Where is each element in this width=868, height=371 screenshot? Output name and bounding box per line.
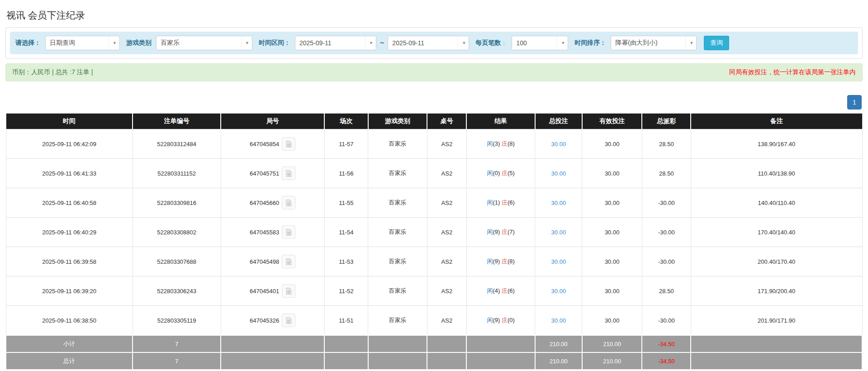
total-bet-cell: 30.00 [535, 159, 582, 188]
query-type-select[interactable]: 日期查询 ▼ [45, 36, 120, 50]
video-replay-button[interactable] [282, 137, 295, 151]
player-result-label: 闲 [487, 228, 493, 235]
pagination-top: 1 [5, 95, 862, 109]
total-bet-link[interactable]: 30.00 [551, 258, 566, 265]
video-file-icon [285, 258, 293, 266]
total-bet-link[interactable]: 30.00 [551, 229, 566, 236]
total-bet-link[interactable]: 30.00 [551, 200, 566, 206]
table-header-row: 时间 注单编号 局号 场次 游戏类别 桌号 结果 总投注 有效投注 总派彩 备注 [6, 114, 862, 129]
banker-result-label: 庄 [502, 317, 508, 323]
page-1-button[interactable]: 1 [847, 95, 862, 109]
summary-bar: 币别：人民币 | 总共 :7 注单 | 同局有效投注，统一计算在该局第一张注单内 [5, 63, 863, 81]
sort-select[interactable]: 降幂(由大到小) ▼ [611, 36, 697, 50]
chevron-down-icon: ▼ [109, 36, 117, 50]
remark-cell: 171.90/200.40 [691, 276, 862, 306]
game-type-select[interactable]: 百家乐 ▼ [156, 36, 252, 50]
game-type-cell: 百家乐 [368, 129, 427, 159]
sort-label: 时间排序： [574, 39, 606, 47]
round-no: 647045583 [250, 229, 279, 236]
search-button[interactable]: 查询 [704, 36, 729, 50]
player-result-label: 闲 [487, 317, 493, 323]
total-bet-link[interactable]: 30.00 [551, 317, 566, 324]
date-from-select[interactable]: 2025-09-11 ▼ [295, 36, 376, 50]
tilde-separator: ~ [380, 39, 384, 47]
video-replay-button[interactable] [282, 196, 295, 209]
header-result: 结果 [466, 114, 535, 129]
round-no-cell: 647045326 [221, 306, 324, 336]
video-file-icon [285, 287, 293, 295]
header-round-no: 局号 [221, 114, 324, 129]
table-no-cell: AS2 [427, 276, 466, 306]
video-replay-button[interactable] [282, 255, 295, 268]
total-count: 7 [133, 352, 221, 370]
total-bet-cell: 30.00 [535, 247, 582, 276]
page-size-select[interactable]: 100 ▼ [512, 36, 568, 50]
table-row: 2025-09-11 06:40:58 522803309816 6470456… [6, 188, 862, 218]
round-no: 647045401 [250, 288, 279, 295]
game-type-value: 百家乐 [161, 39, 180, 47]
video-replay-button[interactable] [282, 314, 295, 327]
table-row: 2025-09-11 06:40:29 522803308802 6470455… [6, 218, 862, 247]
summary-notice: 同局有效投注，统一计算在该局第一张注单内 [729, 68, 856, 76]
player-result-score: (9) [493, 258, 500, 265]
banker-result-label: 庄 [502, 287, 508, 294]
round-no-cell: 647045854 [221, 129, 324, 159]
valid-bet-cell: 30.00 [582, 247, 642, 276]
header-payout: 总派彩 [642, 114, 691, 129]
remark-cell: 110.40/138.90 [691, 159, 862, 188]
table-no-cell: AS2 [427, 188, 466, 218]
payout-cell: -30.00 [642, 188, 691, 218]
table-no-cell: AS2 [427, 306, 466, 336]
time-cell: 2025-09-11 06:41:33 [6, 159, 133, 188]
video-replay-button[interactable] [282, 284, 295, 298]
table-no-cell: AS2 [427, 247, 466, 276]
chevron-down-icon: ▼ [458, 36, 466, 50]
video-replay-button[interactable] [282, 166, 295, 180]
round-no: 647045751 [250, 170, 279, 177]
total-bet-cell: 30.00 [535, 188, 582, 218]
game-type-cell: 百家乐 [368, 276, 427, 306]
subtotal-count: 7 [133, 335, 221, 352]
session-cell: 11-53 [324, 247, 368, 276]
table-no-cell: AS2 [427, 129, 466, 159]
table-row: 2025-09-11 06:41:33 522803311152 6470457… [6, 159, 862, 188]
bet-no-cell: 522803307688 [133, 247, 221, 276]
total-bet-cell: 30.00 [535, 218, 582, 247]
remark-cell: 200.40/170.40 [691, 247, 862, 276]
page-size-label: 每页笔数： [475, 39, 507, 47]
total-total-bet: 210.00 [535, 352, 582, 370]
session-cell: 11-57 [324, 129, 368, 159]
player-result-score: (4) [493, 287, 500, 294]
valid-bet-cell: 30.00 [582, 129, 642, 159]
banker-result-score: (5) [508, 170, 515, 176]
player-result-label: 闲 [487, 170, 493, 176]
total-bet-link[interactable]: 30.00 [551, 141, 566, 147]
summary-currency-count: 币别：人民币 | 总共 :7 注单 | [12, 68, 93, 76]
banker-result-score: (0) [508, 317, 515, 323]
header-total-bet: 总投注 [535, 114, 582, 129]
total-bet-link[interactable]: 30.00 [551, 288, 566, 295]
video-file-icon [285, 199, 293, 207]
valid-bet-cell: 30.00 [582, 276, 642, 306]
valid-bet-cell: 30.00 [582, 306, 642, 336]
video-replay-button[interactable] [282, 225, 295, 239]
header-session: 场次 [324, 114, 368, 129]
round-no-cell: 647045660 [221, 188, 324, 218]
header-valid-bet: 有效投注 [582, 114, 642, 129]
bet-no-cell: 522803308802 [133, 218, 221, 247]
payout-cell: -30.00 [642, 218, 691, 247]
time-cell: 2025-09-11 06:40:58 [6, 188, 133, 218]
time-cell: 2025-09-11 06:38:50 [6, 306, 133, 336]
round-no: 647045326 [250, 317, 279, 324]
chevron-down-icon: ▼ [241, 36, 249, 50]
header-game-type: 游戏类别 [368, 114, 427, 129]
date-to-select[interactable]: 2025-09-11 ▼ [388, 36, 469, 50]
total-payout: -34.50 [642, 352, 691, 370]
payout-cell: -30.00 [642, 306, 691, 336]
total-row: 总计 7 210.00 210.00 -34.50 [6, 352, 862, 370]
total-bet-link[interactable]: 30.00 [551, 170, 566, 177]
banker-result-score: (6) [508, 199, 515, 206]
banker-result-score: (7) [508, 228, 515, 235]
subtotal-payout: -34.50 [642, 335, 691, 352]
header-bet-no: 注单编号 [133, 114, 221, 129]
